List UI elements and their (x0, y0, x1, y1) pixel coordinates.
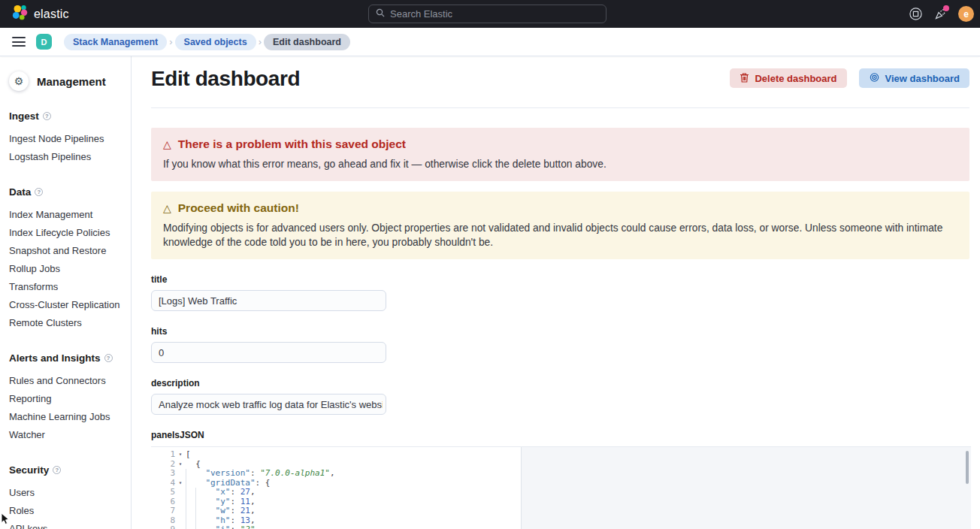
line-number: 7 (170, 506, 175, 516)
title-field-label: title (151, 274, 386, 285)
title-field[interactable] (151, 290, 386, 311)
help-icon[interactable] (909, 8, 922, 21)
sidebar-item-machine-learning-jobs[interactable]: Machine Learning Jobs (9, 407, 125, 425)
code-line: 1▾[ (151, 450, 971, 460)
section-title: Data (9, 186, 31, 198)
notification-dot (943, 5, 949, 11)
error-callout-body: If you know what this error means, go ah… (163, 157, 957, 171)
section-help-icon: ? (43, 112, 51, 120)
code-line: 4▾"gridData": { (151, 479, 971, 488)
global-search-bar[interactable] (368, 5, 606, 23)
code-line: 7"w": 21, (151, 506, 971, 516)
line-number: 9 (170, 525, 175, 529)
caution-callout-title: Proceed with caution! (178, 201, 299, 215)
hits-field[interactable] (151, 342, 386, 363)
panels-json-label: panelsJSON (151, 430, 969, 440)
elastic-logo-icon (12, 5, 28, 23)
sidebar-item-roles[interactable]: Roles (9, 501, 125, 519)
sidebar-item-index-lifecycle-policies[interactable]: Index Lifecycle Policies (9, 223, 125, 241)
elastic-home-link[interactable]: elastic (6, 5, 69, 23)
breadcrumb-item-stack-management[interactable]: Stack Management (64, 34, 167, 50)
section-help-icon: ? (104, 354, 113, 362)
sidebar-item-api-keys[interactable]: API keys (9, 519, 125, 529)
delete-dashboard-button[interactable]: Delete dashboard (730, 68, 846, 88)
editor-scrollbar[interactable] (966, 451, 969, 484)
breadcrumb-bar: D Stack Management›Saved objects›Edit da… (0, 28, 980, 56)
view-dashboard-button[interactable]: View dashboard (859, 68, 969, 88)
code-line: 5"x": 27, (151, 488, 971, 497)
caution-callout-body: Modifying objects is for advanced users … (163, 221, 957, 249)
user-avatar[interactable]: e (958, 6, 974, 22)
error-callout-title: There is a problem with this saved objec… (178, 138, 406, 151)
warning-triangle-icon: △ (163, 138, 171, 150)
code-line: 9"i": "2" (151, 525, 971, 529)
newsfeed-icon[interactable] (933, 8, 947, 21)
divider (151, 107, 969, 108)
breadcrumb-separator: › (169, 36, 172, 47)
section-title: Ingest (9, 110, 39, 122)
sidebar-item-watcher[interactable]: Watcher (9, 425, 125, 443)
trash-icon (740, 72, 749, 85)
line-number: 1 (170, 450, 175, 460)
line-number: 3 (170, 469, 175, 479)
fold-arrow-icon[interactable]: ▾ (175, 460, 186, 470)
code-line: 6"y": 11, (151, 497, 971, 507)
section-help-icon: ? (53, 466, 61, 474)
hits-field-label: hits (151, 326, 386, 337)
sidebar-item-reporting[interactable]: Reporting (9, 389, 125, 407)
space-avatar[interactable]: D (36, 34, 52, 50)
code-line: 3"version": "7.0.0-alpha1", (151, 469, 971, 479)
line-number: 5 (170, 488, 175, 497)
breadcrumb: Stack Management›Saved objects›Edit dash… (64, 34, 350, 50)
main-content: Edit dashboard Delete dashboard View das… (132, 56, 980, 529)
caution-callout: △ Proceed with caution! Modifying object… (151, 192, 969, 259)
sidebar-item-snapshot-and-restore[interactable]: Snapshot and Restore (9, 241, 125, 259)
sidebar-item-transforms[interactable]: Transforms (9, 277, 125, 295)
sidebar-section-ingest: Ingest?Ingest Node PipelinesLogstash Pip… (9, 110, 125, 165)
sidebar-item-remote-clusters[interactable]: Remote Clusters (9, 313, 125, 331)
panels-json-editor[interactable]: 1▾[2▾{3"version": "7.0.0-alpha1",4▾"grid… (151, 446, 971, 529)
breadcrumb-separator: › (259, 36, 262, 47)
management-sidebar: ⚙ Management Ingest?Ingest Node Pipeline… (0, 56, 132, 529)
sidebar-item-cross-cluster-replication[interactable]: Cross-Cluster Replication (9, 295, 125, 313)
sidebar-section-data: Data?Index ManagementIndex Lifecycle Pol… (9, 186, 125, 331)
search-input[interactable] (390, 8, 599, 20)
sidebar-item-rules-and-connectors[interactable]: Rules and Connectors (9, 371, 125, 389)
breadcrumb-item-saved-objects[interactable]: Saved objects (175, 34, 256, 50)
breadcrumb-item-edit-dashboard: Edit dashboard (264, 34, 350, 50)
fold-arrow-icon[interactable]: ▾ (175, 450, 186, 460)
mouse-cursor (1, 512, 10, 528)
search-icon (376, 8, 385, 20)
error-callout: △ There is a problem with this saved obj… (151, 128, 969, 181)
sidebar-item-logstash-pipelines[interactable]: Logstash Pipelines (9, 147, 125, 165)
section-title: Alerts and Insights (9, 352, 101, 364)
sidebar-item-rollup-jobs[interactable]: Rollup Jobs (9, 259, 125, 277)
management-header: ⚙ Management (9, 71, 125, 91)
warning-triangle-icon: △ (163, 202, 171, 214)
eye-icon (869, 73, 880, 84)
logo-wordmark: elastic (34, 8, 69, 21)
sidebar-item-index-management[interactable]: Index Management (9, 205, 125, 223)
sidebar-section-security: Security?UsersRolesAPI keysRole Mappings (9, 464, 125, 529)
page-title: Edit dashboard (151, 66, 300, 92)
description-field-label: description (151, 378, 386, 388)
section-title: Security (9, 464, 49, 476)
sidebar-item-users[interactable]: Users (9, 483, 125, 501)
section-help-icon: ? (35, 188, 43, 196)
menu-toggle-icon[interactable] (12, 37, 26, 47)
sidebar-item-ingest-node-pipelines[interactable]: Ingest Node Pipelines (9, 129, 125, 147)
fold-arrow-icon[interactable]: ▾ (175, 479, 186, 488)
code-line: 8"h": 13, (151, 516, 971, 526)
sidebar-section-alerts-and-insights: Alerts and Insights?Rules and Connectors… (9, 352, 125, 443)
gear-icon: ⚙ (9, 71, 29, 91)
description-field[interactable] (151, 394, 386, 415)
top-header-bar: elastic e (0, 0, 980, 28)
sidebar-title: Management (37, 75, 106, 88)
